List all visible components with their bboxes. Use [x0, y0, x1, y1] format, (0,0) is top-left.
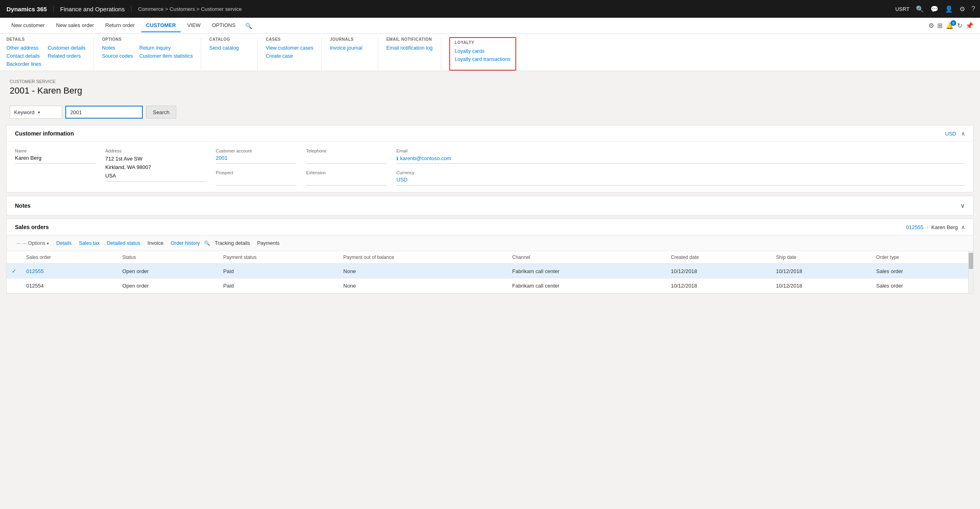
ribbon-item-customer-details[interactable]: Customer details	[48, 45, 85, 51]
col-header-payment-status[interactable]: Payment status	[219, 251, 339, 264]
search-button[interactable]: Search	[146, 106, 176, 119]
sales-separator: |	[927, 224, 928, 230]
gear-icon[interactable]: ⚙	[959, 5, 965, 13]
customer-info-currency-link[interactable]: USD	[945, 131, 956, 137]
ribbon-item-return-inquiry[interactable]: Return inquiry	[139, 45, 193, 51]
ribbon-item-backorder-lines[interactable]: Backorder lines	[6, 61, 41, 67]
ribbon-item-email-notification-log[interactable]: Email notification log	[386, 45, 433, 51]
col-header-channel[interactable]: Channel	[507, 251, 666, 264]
col-header-order-type[interactable]: Order type	[872, 251, 973, 264]
cell-created-date-2: 10/12/2018	[666, 279, 771, 293]
cell-sales-order-2[interactable]: 012554	[21, 279, 117, 293]
ribbon-item-customer-item-stats[interactable]: Customer item statistics	[139, 53, 193, 59]
ribbon-group-cases-title: CASES	[266, 37, 313, 42]
search-input[interactable]	[65, 106, 143, 119]
personalize-icon[interactable]: ⚙	[928, 22, 934, 29]
ribbon-group-details-items: Other address Contact details Backorder …	[6, 45, 85, 67]
address-line3: USA	[105, 173, 116, 179]
field-address: Address 712 1st Ave SW Kirkland, WA 9800…	[105, 148, 206, 186]
comment-icon[interactable]: 💬	[930, 5, 938, 13]
scrollbar-thumb[interactable]	[969, 253, 973, 269]
tab-customer[interactable]: CUSTOMER	[141, 19, 181, 32]
toolbar-options-button[interactable]: ··· ··· Options ▾	[13, 239, 52, 248]
sales-toolbar: ··· ··· Options ▾ Details Sales tax Deta…	[7, 236, 973, 251]
toolbar-details-button[interactable]: Details	[53, 239, 75, 248]
ribbon-item-notes[interactable]: Notes	[102, 45, 133, 51]
field-email: Email ℹ karenb@contoso.com	[396, 148, 965, 164]
tab-new-sales-order[interactable]: New sales order	[51, 19, 99, 32]
toolbar-sales-tax-button[interactable]: Sales tax	[76, 239, 103, 248]
ribbon-search-icon[interactable]: 🔍	[245, 23, 252, 29]
sales-orders-table-container: Sales order Status Payment status Paymen…	[7, 251, 973, 293]
ribbon-group-catalog-title: CATALOG	[209, 37, 249, 42]
ribbon-item-contact-details[interactable]: Contact details	[6, 53, 41, 59]
notes-header[interactable]: Notes ∨	[7, 196, 973, 215]
toolbar-invoice-button[interactable]: Invoice	[144, 239, 167, 248]
top-bar-right: USRT 🔍 💬 👤 ⚙ ?	[895, 5, 975, 13]
ribbon-group-email-items: Email notification log	[386, 45, 433, 51]
ribbon-group-loyalty-items: Loyalty cards Loyalty card transactions	[455, 48, 511, 63]
toolbar-detailed-status-button[interactable]: Detailed status	[104, 239, 144, 248]
refresh-icon[interactable]: ↻	[957, 22, 962, 29]
apps-icon[interactable]: ⊞	[937, 22, 942, 29]
sales-collapse-icon[interactable]: ∧	[961, 224, 965, 230]
field-name: Name Karen Berg	[15, 148, 96, 186]
toolbar-tracking-details-button[interactable]: Tracking details	[212, 239, 253, 248]
tab-return-order[interactable]: Return order	[100, 19, 140, 32]
account-value[interactable]: 2001	[216, 155, 296, 164]
currency-value[interactable]: USD	[396, 177, 965, 186]
ribbon-item-source-codes[interactable]: Source codes	[102, 53, 133, 59]
notification-icon[interactable]: 🔔0	[946, 22, 954, 29]
toolbar-payments-button[interactable]: Payments	[254, 239, 283, 248]
customer-info-header[interactable]: Customer information USD ∧	[7, 125, 973, 142]
cell-sales-order-1[interactable]: 012555	[21, 264, 117, 279]
search-icon[interactable]: 🔍	[916, 5, 924, 13]
ribbon-group-options: OPTIONS Notes Source codes Return inquir…	[102, 37, 201, 71]
prospect-value	[216, 177, 296, 186]
name-value: Karen Berg	[15, 155, 96, 164]
notes-title: Notes	[15, 202, 31, 209]
cell-channel-1: Fabrikam call center	[507, 264, 666, 279]
cell-channel-2: Fabrikam call center	[507, 279, 666, 293]
notes-section: Notes ∨	[6, 196, 974, 215]
tab-view[interactable]: VIEW	[182, 19, 205, 32]
sales-orders-table: Sales order Status Payment status Paymen…	[7, 251, 973, 293]
ribbon-item-loyalty-card-transactions[interactable]: Loyalty card transactions	[455, 56, 511, 63]
col-header-payment-balance[interactable]: Payment out of balance	[338, 251, 507, 264]
ribbon-item-view-customer-cases[interactable]: View customer cases	[266, 45, 313, 51]
sales-customer-name: Karen Berg	[931, 224, 958, 230]
pin-icon[interactable]: 📌	[965, 22, 974, 29]
toolbar-search-small-icon: 🔍	[204, 240, 210, 246]
col-header-check	[7, 251, 21, 264]
tab-options[interactable]: OPTIONS	[207, 19, 240, 32]
col-header-sales-order[interactable]: Sales order	[21, 251, 117, 264]
ribbon-item-send-catalog[interactable]: Send catalog	[209, 45, 239, 51]
ribbon-item-other-address[interactable]: Other address	[6, 45, 41, 51]
customer-info-header-right: USD ∧	[945, 130, 965, 137]
col-header-ship-date[interactable]: Ship date	[771, 251, 872, 264]
user-icon[interactable]: 👤	[945, 5, 953, 13]
ribbon-item-create-case[interactable]: Create case	[266, 53, 313, 59]
brand-fo[interactable]: Finance and Operations	[54, 6, 131, 13]
collapse-icon[interactable]: ∧	[961, 130, 965, 137]
table-row[interactable]: ✓ 012555 Open order Paid None Fabrikam c…	[7, 264, 973, 279]
toolbar-order-history-button[interactable]: Order history	[167, 239, 203, 248]
ribbon-col-details-1: Other address Contact details Backorder …	[6, 45, 41, 67]
order-link-1[interactable]: 012555	[26, 268, 44, 274]
col-header-created-date[interactable]: Created date	[666, 251, 771, 264]
notes-collapse-icon[interactable]: ∨	[960, 202, 965, 209]
col-header-status[interactable]: Status	[117, 251, 218, 264]
cell-payment-balance-2: None	[338, 279, 507, 293]
ribbon-item-loyalty-cards[interactable]: Loyalty cards	[455, 48, 511, 54]
name-label: Name	[15, 148, 96, 153]
search-dropdown[interactable]: Keyword ▾	[10, 106, 62, 119]
vertical-scrollbar[interactable]	[968, 251, 973, 293]
tab-new-customer[interactable]: New customer	[6, 19, 50, 32]
sales-order-header-link[interactable]: 012555	[906, 224, 923, 230]
brand-d365[interactable]: Dynamics 365	[5, 6, 54, 13]
ribbon-item-invoice-journal[interactable]: Invoice journal	[330, 45, 363, 51]
ribbon-item-related-orders[interactable]: Related orders	[48, 53, 85, 59]
table-row[interactable]: 012554 Open order Paid None Fabrikam cal…	[7, 279, 973, 293]
email-value[interactable]: ℹ karenb@contoso.com	[396, 155, 965, 164]
help-icon[interactable]: ?	[972, 5, 975, 13]
